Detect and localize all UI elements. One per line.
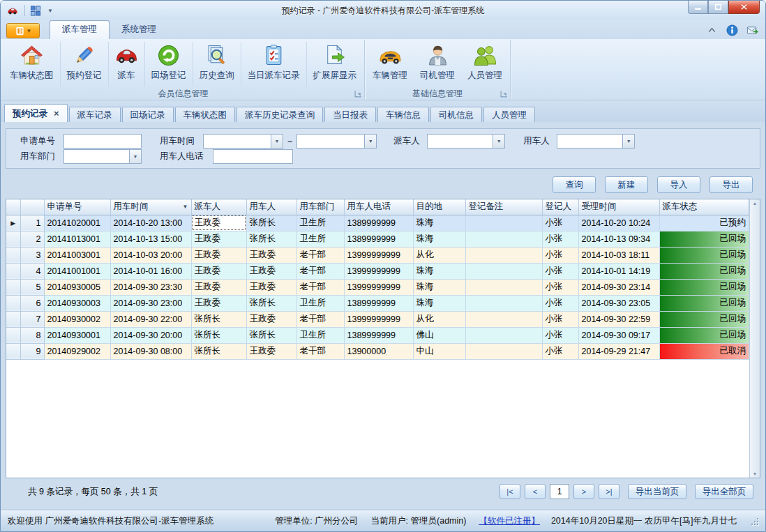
doc-tab-1[interactable]: 预约记录× [4,104,68,122]
cell-phone[interactable]: 1389999999 [344,327,413,343]
table-row[interactable]: 5201409300052014-09-30 23:30王政委王政委老干部139… [6,279,749,295]
cell-apply_no[interactable]: 20141003001 [44,247,110,263]
feedback-icon[interactable] [746,24,758,36]
phone-input[interactable] [213,149,293,164]
last-page-button[interactable]: >| [599,484,619,499]
row-number-header[interactable] [20,199,44,215]
extended-screen-button[interactable]: 扩展屏显示 [306,42,363,86]
vehicle-status-map-button[interactable]: 车辆状态图 [3,42,60,86]
doc-tab-7[interactable]: 车辆信息 [377,107,429,122]
doc-tab-8[interactable]: 司机信息 [430,107,482,122]
cell-destination[interactable]: 珠海 [413,295,465,311]
dispatcher-combo[interactable]: ▼ [427,134,505,149]
next-page-button[interactable]: > [573,484,594,499]
cell-accept_time[interactable]: 2014-10-03 18:11 [578,247,659,263]
cell-registrar[interactable]: 小张 [542,279,578,295]
application-menu-button[interactable]: ▼ [6,23,40,38]
cell-registrar[interactable]: 小张 [542,295,578,311]
export-button[interactable]: 导出 [709,176,753,193]
cell-user[interactable]: 王政委 [246,343,296,359]
row-selector-cell[interactable] [6,247,20,263]
cell-phone[interactable]: 13999999999 [344,247,413,263]
today-dispatch-records-button[interactable]: 当日派车记录 [241,42,306,86]
cell-use_time[interactable]: 2014-10-20 13:00 [110,215,191,231]
cell-status[interactable]: 已回场 [659,231,749,247]
column-header[interactable]: 用车人 [246,199,296,215]
personnel-manage-button[interactable]: 人员管理 [461,42,509,86]
row-selector-cell[interactable] [6,343,20,359]
cell-destination[interactable]: 珠海 [413,231,465,247]
column-header[interactable]: 目的地 [413,199,465,215]
cell-apply_no[interactable]: 20141013001 [44,231,110,247]
new-button[interactable]: 新建 [605,176,648,193]
user-combo[interactable]: ▼ [557,134,635,149]
cell-use_time[interactable]: 2014-09-30 23:30 [110,279,191,295]
cell-apply_no[interactable]: 20140929002 [44,343,110,359]
cell-user[interactable]: 张所长 [246,295,296,311]
cell-apply_no[interactable]: 20140930005 [44,279,110,295]
export-all-pages-button[interactable]: 导出全部页 [695,484,753,499]
cell-apply_no[interactable]: 20140930001 [44,327,110,343]
cell-accept_time[interactable]: 2014-09-30 23:05 [578,295,659,311]
cell-remark[interactable] [465,215,542,231]
table-row[interactable]: 7201409300022014-09-30 22:00张所长王政委老干部139… [6,311,749,327]
cell-accept_time[interactable]: 2014-10-01 14:19 [578,263,659,279]
cell-registrar[interactable]: 小张 [542,231,578,247]
cell-phone[interactable]: 13900000 [344,343,413,359]
cell-remark[interactable] [465,311,542,327]
cell-remark[interactable] [465,263,542,279]
column-header[interactable]: 用车时间▼ [110,199,191,215]
cell-dispatcher[interactable]: 王政委 [191,247,246,263]
dialog-launcher-icon[interactable] [500,90,508,98]
cell-remark[interactable] [465,343,542,359]
cell-dispatcher[interactable]: 王政委 [191,215,246,231]
cell-destination[interactable]: 佛山 [413,327,465,343]
cell-department[interactable]: 老干部 [296,343,344,359]
cell-department[interactable]: 老干部 [296,247,344,263]
cell-accept_time[interactable]: 2014-09-29 21:47 [578,343,659,359]
column-header[interactable]: 登记备注 [465,199,542,215]
cell-use_time[interactable]: 2014-10-03 20:00 [110,247,191,263]
row-selector-cell[interactable] [6,279,20,295]
cell-dispatcher[interactable]: 王政委 [191,231,246,247]
use-time-to-combo[interactable]: ▼ [296,134,377,149]
quick-access-dropdown-icon[interactable]: ▼ [47,8,53,14]
cell-user[interactable]: 张所长 [246,215,296,231]
row-selector-cell[interactable] [6,231,20,247]
import-button[interactable]: 导入 [657,176,700,193]
dialog-launcher-icon[interactable] [354,90,362,98]
cell-remark[interactable] [465,231,542,247]
cell-user[interactable]: 王政委 [246,247,296,263]
cell-department[interactable]: 卫生所 [296,295,344,311]
cell-dispatcher[interactable]: 王政委 [191,279,246,295]
cell-destination[interactable]: 珠海 [413,279,465,295]
cell-department[interactable]: 老干部 [296,279,344,295]
cell-accept_time[interactable]: 2014-09-30 23:14 [578,279,659,295]
scroll-up-icon[interactable]: ▲ [753,201,758,206]
cell-status[interactable]: 已回场 [659,263,749,279]
collapse-ribbon-icon[interactable] [706,24,718,36]
cell-status[interactable]: 已回场 [659,247,749,263]
maximize-button[interactable] [708,1,728,14]
prev-page-button[interactable]: < [525,484,546,499]
cell-remark[interactable] [465,279,542,295]
cell-department[interactable]: 老干部 [296,311,344,327]
row-selector-cell[interactable] [6,327,20,343]
cell-dispatcher[interactable]: 张所长 [191,327,246,343]
cell-department[interactable]: 卫生所 [296,327,344,343]
quick-access-grid-icon[interactable] [29,6,42,16]
row-selector-cell[interactable]: ▶ [6,215,20,231]
column-header[interactable]: 派车状态 [659,199,749,215]
cell-phone[interactable]: 13999999999 [344,279,413,295]
cell-registrar[interactable]: 小张 [542,327,578,343]
doc-tab-5[interactable]: 派车历史记录查询 [236,107,323,122]
page-number-input[interactable] [550,484,569,499]
ribbon-tab-dispatch[interactable]: 派车管理 [50,20,110,39]
export-current-page-button[interactable]: 导出当前页 [628,484,686,499]
table-row[interactable]: 3201410030012014-10-03 20:00王政委王政委老干部139… [6,247,749,263]
cell-use_time[interactable]: 2014-10-13 15:00 [110,231,191,247]
doc-tab-9[interactable]: 人员管理 [483,107,535,122]
cell-destination[interactable]: 从化 [413,311,465,327]
cell-accept_time[interactable]: 2014-09-30 09:17 [578,327,659,343]
resize-grip[interactable] [750,517,758,525]
